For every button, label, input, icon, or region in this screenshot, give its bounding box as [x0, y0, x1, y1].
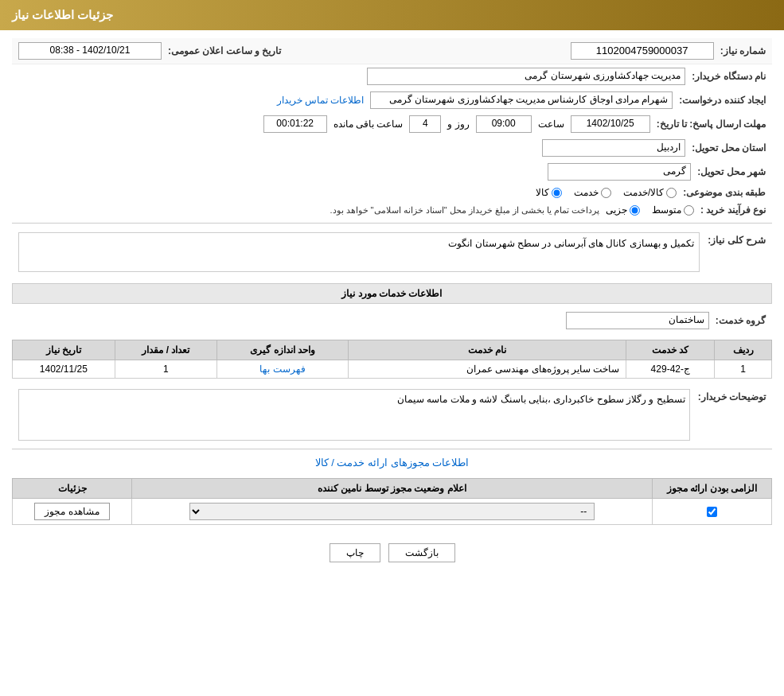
permit-col-details: جزئیات — [13, 479, 132, 499]
print-button[interactable]: چاپ — [330, 543, 380, 562]
services-title: اطلاعات خدمات مورد نیاز — [12, 283, 772, 304]
requester-value: شهرام مرادی اوجاق کارشناس مدیریت جهادکشا… — [370, 91, 673, 109]
need-desc-box: تکمیل و بهسازی کانال های آبرسانی در سطح … — [18, 232, 700, 272]
contact-info-link[interactable]: اطلاعات تماس خریدار — [277, 95, 365, 106]
cell-count: 1 — [115, 360, 217, 379]
buyer-notes-label: توضیحات خریدار: — [698, 389, 766, 402]
table-row: 1 ج-42-429 ساخت سایر پروژه‌های مهندسی عم… — [13, 360, 772, 379]
requester-label: ایجاد کننده درخواست: — [679, 95, 766, 106]
radio-kala[interactable]: کالا — [536, 187, 562, 198]
col-code: کد خدمت — [626, 340, 715, 360]
reply-date-value: 1402/10/25 — [571, 115, 650, 133]
province-label: استان محل تحویل: — [692, 142, 766, 154]
radio-khadamat-input[interactable] — [601, 188, 611, 198]
permit-status-select[interactable]: -- — [189, 503, 595, 520]
permit-status-cell: -- — [132, 499, 653, 525]
service-group-value: ساختمان — [566, 312, 709, 329]
permit-row: -- مشاهده مجوز — [13, 499, 772, 525]
back-button[interactable]: بازگشت — [388, 543, 455, 562]
radio-motawaset-label: متوسط — [652, 204, 681, 216]
col-unit: واحد اندازه گیری — [217, 340, 349, 360]
need-desc-label: شرح کلی نیاز: — [708, 232, 766, 246]
cell-date: 1402/11/25 — [13, 360, 115, 379]
buyer-org-label: نام دستگاه خریدار: — [692, 71, 766, 82]
unit-link[interactable]: فهرست بها — [259, 364, 305, 375]
radio-kala-khadamat-label: کالا/خدمت — [623, 187, 664, 198]
city-label: شهر محل تحویل: — [697, 166, 766, 177]
col-name: نام خدمت — [348, 340, 626, 360]
cell-radif: 1 — [715, 360, 772, 379]
radio-jozyi-label: جزیی — [606, 204, 627, 216]
need-number-label: شماره نیاز: — [720, 45, 766, 56]
permit-required-checkbox[interactable] — [707, 507, 717, 517]
purchase-desc: پرداخت تمام یا بخشی از مبلغ خریداز محل "… — [330, 205, 599, 216]
province-value: اردبیل — [542, 139, 685, 157]
permit-table: الزامی بودن ارائه مجوز اعلام وضعیت مجوز … — [12, 478, 772, 525]
category-radio-group: کالا/خدمت خدمت کالا — [536, 187, 677, 198]
reply-time-label: ساعت — [538, 119, 564, 130]
radio-kala-khadamat[interactable]: کالا/خدمت — [623, 187, 677, 198]
city-value: گرمی — [548, 163, 691, 181]
permit-col-required: الزامی بودن ارائه مجوز — [653, 479, 772, 499]
buyer-org-value: مدیریت جهادکشاورزی شهرستان گرمی — [367, 68, 685, 85]
radio-khadamat[interactable]: خدمت — [574, 187, 611, 198]
permit-col-status: اعلام وضعیت مجوز توسط نامین کننده — [132, 479, 653, 499]
radio-motawaset[interactable]: متوسط — [652, 204, 694, 216]
category-label: طبقه بندی موضوعی: — [683, 187, 766, 198]
radio-khadamat-label: خدمت — [574, 187, 599, 198]
cell-name: ساخت سایر پروژه‌های مهندسی عمران — [348, 360, 626, 379]
col-count: تعداد / مقدار — [115, 340, 217, 360]
cell-code: ج-42-429 — [626, 360, 715, 379]
radio-kala-label: کالا — [536, 187, 549, 198]
purchase-type-label: نوع فرآیند خرید : — [700, 204, 766, 216]
buyer-notes-textarea[interactable] — [18, 389, 690, 441]
permit-section-title: اطلاعات مجوزهای ارائه خدمت / کالا — [12, 453, 772, 472]
permit-required-cell — [653, 499, 772, 525]
permit-title-text: اطلاعات مجوزهای ارائه خدمت / کالا — [315, 457, 470, 469]
page-header: جزئیات اطلاعات نیاز — [0, 0, 784, 30]
cell-unit: فهرست بها — [217, 360, 349, 379]
service-group-label: گروه خدمت: — [716, 315, 766, 326]
reply-deadline-label: مهلت ارسال پاسخ: تا تاریخ: — [657, 119, 766, 130]
services-table: ردیف کد خدمت نام خدمت واحد اندازه گیری ت… — [12, 340, 772, 379]
footer-buttons: بازگشت چاپ — [12, 531, 772, 574]
radio-kala-khadamat-input[interactable] — [666, 188, 677, 198]
radio-jozyi-input[interactable] — [630, 205, 640, 216]
reply-day-label: روز و — [447, 119, 469, 130]
purchase-type-radio-group: متوسط جزیی — [606, 204, 694, 216]
col-date: تاریخ نیاز — [13, 340, 115, 360]
reply-remaining-label: ساعت باقی مانده — [333, 119, 404, 130]
col-radif: ردیف — [715, 340, 772, 360]
reply-time-value: 09:00 — [476, 115, 532, 133]
radio-motawaset-input[interactable] — [684, 205, 694, 216]
radio-jozyi[interactable]: جزیی — [606, 204, 640, 216]
radio-kala-input[interactable] — [552, 188, 562, 198]
reply-remaining-value: 00:01:22 — [263, 115, 327, 133]
need-desc-value: تکمیل و بهسازی کانال های آبرسانی در سطح … — [448, 238, 694, 249]
announce-date-label: تاریخ و ساعت اعلان عمومی: — [168, 45, 281, 56]
reply-day-value: 4 — [409, 115, 441, 133]
permit-details-cell: مشاهده مجوز — [13, 499, 132, 525]
need-number-value: 1102004759000037 — [571, 42, 714, 60]
page-title: جزئیات اطلاعات نیاز — [12, 8, 113, 21]
announce-date-value: 1402/10/21 - 08:38 — [18, 42, 162, 60]
permit-view-button[interactable]: مشاهده مجوز — [34, 503, 109, 520]
